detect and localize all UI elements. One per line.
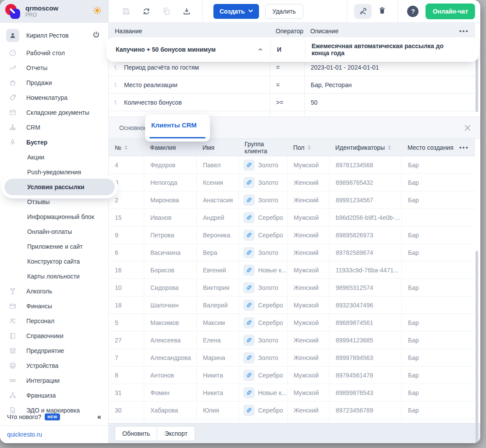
sort-icon[interactable]	[307, 145, 311, 150]
export-button[interactable]: Экспорт	[157, 426, 195, 441]
help-button[interactable]: ?	[407, 6, 419, 17]
col-name[interactable]: Название	[109, 28, 270, 35]
chevron-up-icon[interactable]	[257, 46, 263, 53]
sidebar-item-desktop[interactable]: Рабочий стол	[0, 46, 108, 60]
group-link-icon[interactable]	[243, 370, 255, 381]
sidebar-item-reviews[interactable]: Отзывы	[0, 194, 108, 209]
group-link-icon[interactable]	[243, 159, 255, 171]
theme-sun-icon[interactable]	[92, 6, 102, 17]
client-row[interactable]: 30 Хабарова Юлия Серебро Женский 8972345…	[109, 402, 475, 419]
group-link-icon[interactable]	[243, 317, 255, 328]
sidebar-item-reports[interactable]: Отчеты	[0, 60, 108, 75]
client-row[interactable]: 5 Максимов Максим Серебро Мужской 896898…	[109, 314, 475, 332]
sidebar-item-integrations[interactable]: Интеграции	[0, 373, 108, 388]
client-row[interactable]: 4 Федоров Павел Золото Мужской 897812345…	[109, 156, 475, 174]
import-icon[interactable]	[182, 7, 191, 16]
sidebar-item-nomenclature[interactable]: Номенклатура	[0, 90, 108, 105]
tools-button[interactable]	[354, 4, 372, 19]
col-description[interactable]: Описание	[304, 28, 456, 35]
sort-icon[interactable]	[387, 145, 391, 150]
group-link-icon[interactable]	[243, 282, 255, 293]
close-icon[interactable]	[463, 123, 472, 133]
client-identifier: 11933c9d-76ba-4471...	[329, 261, 401, 279]
col-lastname[interactable]: Фамилия	[144, 144, 196, 151]
group-link-icon[interactable]	[243, 194, 255, 206]
client-row[interactable]: 8 Антонов Никита Серебро Мужской 8978456…	[109, 367, 475, 384]
delete-button[interactable]: Удалить	[265, 4, 303, 19]
sidebar-item-mailing-conditions[interactable]: Условия рассылки	[4, 179, 115, 195]
sidebar-item-info-block[interactable]: Информационный блок	[0, 209, 108, 224]
client-row[interactable]: 27 Алексеева Елена Золото Женский 899941…	[109, 332, 475, 349]
refresh-button[interactable]: Обновить	[115, 426, 157, 441]
collapse-sidebar-icon[interactable]: «	[97, 413, 101, 421]
group-link-icon[interactable]	[243, 405, 255, 416]
col-client-group[interactable]: Группа клиента	[238, 141, 287, 155]
brand-logo	[4, 3, 21, 20]
tab-main[interactable]: Основное	[119, 124, 147, 131]
sort-icon[interactable]	[124, 145, 128, 150]
sidebar-item-sales[interactable]: Продажи	[0, 75, 108, 90]
logout-power-icon[interactable]	[92, 31, 100, 41]
col-creation-place[interactable]: Место создания	[401, 144, 456, 151]
sidebar-item-app-and-site[interactable]: Приложение и сайт	[0, 239, 108, 254]
condition-subrow[interactable]: Период расчёта по гостям = 2023-01-01 - …	[109, 59, 475, 76]
group-link-icon[interactable]	[243, 212, 255, 223]
clients-header-more-icon[interactable]: ●●●	[459, 145, 475, 150]
create-button[interactable]: Создать	[213, 4, 259, 19]
client-row[interactable]: 6 Васичкина Вера Золото Женский 89782589…	[109, 244, 475, 261]
conditions-header-more-icon[interactable]: ●●●	[459, 29, 475, 33]
col-number[interactable]: №	[109, 144, 144, 151]
col-firstname[interactable]: Имя	[196, 144, 238, 151]
condition-subrow[interactable]: Место реализации = Бар, Ресторан	[109, 76, 475, 94]
sidebar-item-directories[interactable]: Справочники	[0, 328, 108, 343]
conditions-scrollbar-thumb[interactable]	[475, 46, 478, 112]
group-link-icon[interactable]	[243, 247, 255, 258]
online-chat-button[interactable]: Онлайн-чат	[426, 4, 475, 19]
quickresto-link[interactable]: quickresto.ru	[7, 431, 42, 438]
client-row[interactable]: 2 Миронова Анастасия Золото Женский 8999…	[109, 191, 475, 209]
client-row[interactable]: 3 Непогода Ксения Золото Женский 8989876…	[109, 174, 475, 191]
client-row[interactable]: 10 Сидорова Виктория Золото Женский 9896…	[109, 279, 475, 296]
client-row[interactable]: 7 Александрова Марина Золото Женский 899…	[109, 349, 475, 367]
client-creation-place	[401, 261, 456, 279]
sidebar-item-loyalty-cards[interactable]: Карты лояльности	[0, 269, 108, 284]
tab-clients-crm[interactable]: Клиенты CRM	[145, 114, 210, 141]
sidebar-item-booster[interactable]: Бустер	[0, 135, 108, 150]
copy-icon[interactable]	[162, 7, 171, 16]
whats-new-link[interactable]: Что нового?	[7, 413, 41, 420]
client-row[interactable]: 18 Шапочкин Валерий Серебро Мужской 8932…	[109, 296, 475, 314]
col-gender[interactable]: Пол	[287, 144, 329, 151]
refresh-icon[interactable]	[142, 7, 151, 16]
sidebar-item-crm[interactable]: CRM	[0, 120, 108, 135]
col-operator[interactable]: Оператор	[270, 28, 304, 35]
save-icon[interactable]	[122, 7, 131, 16]
group-link-icon[interactable]	[243, 229, 255, 241]
group-link-icon[interactable]	[243, 177, 255, 188]
col-identifiers[interactable]: Идентификаторы	[329, 144, 401, 151]
group-link-icon[interactable]	[243, 265, 255, 276]
trash-button[interactable]	[378, 6, 387, 17]
client-row[interactable]: 16 Борисов Евгений Новые к... Мужской 11…	[109, 261, 475, 279]
sidebar-item-devices[interactable]: Устройства	[0, 358, 108, 373]
group-link-icon[interactable]	[243, 335, 255, 346]
clients-scrollbar-thumb[interactable]	[475, 251, 478, 443]
group-link-icon[interactable]	[243, 352, 255, 363]
sidebar-item-staff[interactable]: Персонал	[0, 314, 108, 328]
sidebar-item-finances[interactable]: Финансы	[0, 299, 108, 314]
sidebar-item-push[interactable]: Push-уведомления	[0, 165, 108, 180]
sidebar-item-alcohol[interactable]: Алкоголь	[0, 284, 108, 299]
client-row[interactable]: 15 Иванов Андрей Серебро Мужской b96d205…	[109, 209, 475, 226]
client-row[interactable]: 9 Петрова Вероника Серебро Женский 89895…	[109, 226, 475, 244]
group-link-icon[interactable]	[243, 300, 255, 311]
sidebar-item-site-builder[interactable]: Конструктор сайта	[0, 254, 108, 269]
group-link-icon[interactable]	[243, 387, 255, 399]
sidebar-item-franchise[interactable]: Франшиза	[0, 388, 108, 403]
condition-subrow[interactable]: Количество бонусов >= 50	[109, 94, 475, 111]
sidebar-item-enterprise[interactable]: Предприятие	[0, 343, 108, 358]
subcondition-value: 2023-01-01 - 2024-01-01	[304, 59, 456, 76]
sidebar-item-online-payments[interactable]: Онлайн-оплаты	[0, 224, 108, 239]
sidebar-item-promotions[interactable]: Акции	[0, 150, 108, 165]
expanded-condition-row[interactable]: Капучино + 50 бонусов минимум И Ежемесяч…	[110, 40, 476, 59]
sidebar-item-warehouse-docs[interactable]: Складские документы	[0, 105, 108, 120]
client-row[interactable]: 31 Фомин Никита Новые к... Мужской 89899…	[109, 384, 475, 402]
